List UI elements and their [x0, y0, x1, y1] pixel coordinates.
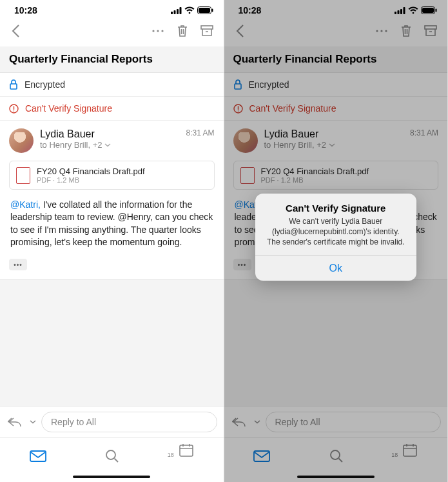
message-body: @Katri, I've collated all the informatio… [0, 196, 224, 256]
expand-quote-button[interactable]: ••• [9, 259, 27, 270]
svg-rect-3 [179, 7, 181, 14]
status-icons [171, 6, 213, 14]
right-phone: 10:28 Quarterly Financial Reports Encryp… [224, 0, 449, 482]
trash-button[interactable] [173, 22, 191, 40]
sender-name: Lydia Bauer [40, 128, 179, 140]
svg-rect-13 [30, 451, 46, 461]
calendar-day: 18 [168, 452, 174, 458]
attachment-name: FY20 Q4 Financials Draft.pdf [37, 166, 145, 176]
attachment[interactable]: FY20 Q4 Financials Draft.pdf PDF · 1.2 M… [9, 161, 215, 190]
back-button[interactable] [6, 22, 24, 40]
status-bar: 10:28 [0, 0, 224, 18]
svg-rect-10 [201, 26, 213, 29]
reply-bar: Reply to All [0, 406, 224, 437]
more-button[interactable] [149, 22, 167, 40]
message-header: Lydia Bauer to Henry Brill, +2 8:31 AM [0, 121, 224, 158]
svg-rect-11 [10, 84, 17, 89]
alert-ok-button[interactable]: Ok [255, 256, 416, 281]
wifi-icon [184, 6, 195, 14]
left-phone: 10:28 Quarterly Financial Reports [0, 0, 224, 482]
alert-dialog: Can't Verify Signature We can't verify L… [255, 194, 416, 281]
svg-rect-6 [211, 9, 213, 12]
archive-button[interactable] [198, 22, 216, 40]
lock-icon [9, 79, 18, 90]
svg-point-9 [161, 30, 163, 32]
svg-rect-0 [171, 12, 173, 14]
reply-mode-button[interactable] [6, 413, 24, 431]
encrypted-row[interactable]: Encrypted [0, 73, 224, 97]
tab-search[interactable] [105, 449, 119, 463]
alert-icon [9, 104, 19, 114]
svg-point-14 [106, 450, 115, 459]
signature-warn-row[interactable]: Can't Verify Signature [0, 97, 224, 121]
signal-icon [171, 7, 182, 14]
alert-title: Can't Verify Signature [266, 203, 406, 214]
battery-icon [197, 6, 213, 14]
subject: Quarterly Financial Reports [0, 46, 224, 73]
svg-rect-5 [199, 8, 210, 13]
tab-calendar[interactable]: 18 [179, 443, 194, 469]
tab-mail[interactable] [30, 450, 46, 462]
attachment-meta: PDF · 1.2 MB [37, 176, 145, 184]
nav-bar [0, 18, 224, 46]
svg-rect-15 [180, 445, 193, 456]
mention[interactable]: @Katri, [10, 199, 41, 210]
svg-point-7 [152, 30, 154, 32]
alert-message: We can't verify Lydia Bauer (lydia@lucer… [266, 216, 406, 248]
empty-area [0, 279, 224, 406]
chevron-down-icon [104, 143, 111, 147]
reply-input[interactable]: Reply to All [41, 412, 217, 432]
svg-point-8 [157, 30, 159, 32]
svg-rect-1 [173, 10, 175, 14]
recipients[interactable]: to Henry Brill, +2 [40, 140, 179, 150]
avatar[interactable] [9, 128, 34, 153]
chevron-down-icon[interactable] [30, 420, 36, 424]
home-indicator [73, 476, 150, 478]
signature-warn-label: Can't Verify Signature [25, 103, 112, 114]
pdf-icon [16, 167, 30, 184]
svg-rect-2 [177, 9, 179, 14]
timestamp: 8:31 AM [186, 128, 214, 153]
encrypted-label: Encrypted [24, 79, 65, 90]
status-time: 10:28 [14, 5, 37, 15]
tab-bar: 18 [0, 437, 224, 473]
